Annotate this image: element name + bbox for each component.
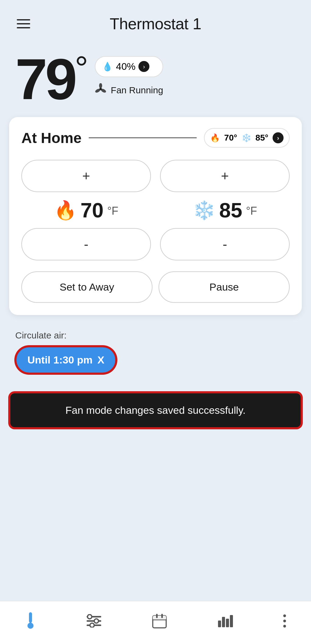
fan-icon xyxy=(95,83,106,97)
humidity-arrow-icon: › xyxy=(138,61,149,72)
humidity-badge[interactable]: 💧 40% › xyxy=(95,56,163,77)
range-arrow-icon: › xyxy=(273,132,284,143)
svg-rect-15 xyxy=(156,614,158,618)
humidity-icon: 💧 xyxy=(102,62,113,72)
nav-item-controls[interactable] xyxy=(80,611,108,631)
heat-decrement-button[interactable]: - xyxy=(21,228,151,260)
cool-decrement-button[interactable]: - xyxy=(160,228,290,260)
temp-controls: + + 🔥 70 °F ❄️ 85 °F - - xyxy=(21,160,290,260)
svg-point-12 xyxy=(90,623,94,628)
toast-notification: Fan mode changes saved successfully. xyxy=(9,392,302,428)
heat-unit: °F xyxy=(107,205,118,217)
heat-value: 70 xyxy=(80,198,104,222)
current-temperature: 79° xyxy=(15,45,86,108)
content-spacer xyxy=(0,435,311,601)
header-divider xyxy=(89,138,197,138)
cool-snow-icon: ❄️ xyxy=(193,199,216,221)
toast-message: Fan mode changes saved successfully. xyxy=(66,404,246,416)
svg-rect-19 xyxy=(222,617,225,627)
heat-badge-value: 70° xyxy=(224,133,237,143)
circulate-time-text: Until 1:30 pm xyxy=(27,354,92,366)
circulate-section: Circulate air: Until 1:30 pm X xyxy=(0,321,311,380)
cool-unit: °F xyxy=(246,205,257,217)
svg-rect-14 xyxy=(153,616,166,620)
svg-point-11 xyxy=(94,619,98,623)
mode-label: At Home xyxy=(21,130,81,146)
svg-point-1 xyxy=(99,83,102,88)
menu-button[interactable] xyxy=(15,18,32,30)
flame-badge-icon: 🔥 xyxy=(210,133,220,143)
temperature-area: 79° 💧 40% › Fan Running xyxy=(0,39,311,111)
more-dots-icon xyxy=(283,614,286,628)
control-card: At Home 🔥 70° ❄️ 85° › + + 🔥 70 °F ❄️ 85… xyxy=(9,117,302,315)
svg-rect-21 xyxy=(230,615,233,627)
card-header: At Home 🔥 70° ❄️ 85° › xyxy=(21,128,290,148)
page-title: Thermostat 1 xyxy=(32,15,279,33)
heat-fire-icon: 🔥 xyxy=(54,199,77,221)
thermometer-icon xyxy=(25,612,36,630)
svg-rect-18 xyxy=(218,621,221,627)
svg-rect-16 xyxy=(161,614,163,618)
heat-increment-button[interactable]: + xyxy=(21,160,151,192)
temp-range-badge[interactable]: 🔥 70° ❄️ 85° › xyxy=(204,128,290,148)
cool-badge-value: 85° xyxy=(256,133,268,143)
app-header: Thermostat 1 xyxy=(0,0,311,39)
heat-display: 🔥 70 °F xyxy=(21,198,151,222)
svg-point-10 xyxy=(88,615,92,619)
bar-chart-icon xyxy=(217,614,233,628)
action-buttons: Set to Away Pause xyxy=(21,271,290,303)
snowflake-badge-icon: ❄️ xyxy=(241,133,251,143)
fan-status-text: Fan Running xyxy=(111,85,163,95)
svg-rect-6 xyxy=(30,618,31,624)
fan-status: Fan Running xyxy=(95,83,163,97)
svg-rect-20 xyxy=(226,619,229,627)
pause-button[interactable]: Pause xyxy=(159,271,290,303)
sliders-icon xyxy=(86,614,102,628)
set-to-away-button[interactable]: Set to Away xyxy=(21,271,152,303)
cool-value: 85 xyxy=(219,198,242,222)
toast-wrapper: Fan mode changes saved successfully. xyxy=(0,380,311,435)
cool-increment-button[interactable]: + xyxy=(160,160,290,192)
circulate-until-button[interactable]: Until 1:30 pm X xyxy=(15,346,116,374)
cool-display: ❄️ 85 °F xyxy=(160,198,290,222)
circulate-label: Circulate air: xyxy=(15,330,296,341)
humidity-value: 40% xyxy=(116,61,135,72)
calendar-icon xyxy=(152,613,167,628)
temp-info-panel: 💧 40% › Fan Running xyxy=(95,56,163,97)
bottom-nav xyxy=(0,601,311,644)
nav-item-more[interactable] xyxy=(277,611,292,631)
nav-item-schedule[interactable] xyxy=(146,610,173,631)
circulate-dismiss-label[interactable]: X xyxy=(97,354,104,366)
nav-item-home[interactable] xyxy=(19,609,42,633)
nav-item-stats[interactable] xyxy=(211,611,239,631)
